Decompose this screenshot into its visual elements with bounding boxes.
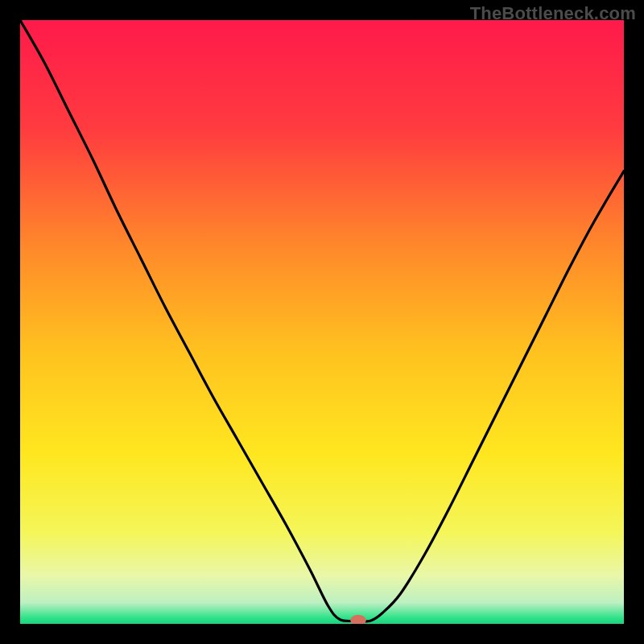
chart-background [20, 20, 624, 624]
chart-plot-area [20, 20, 624, 624]
chart-svg [20, 20, 624, 624]
watermark-label: TheBottleneck.com [470, 3, 636, 24]
chart-frame: TheBottleneck.com [0, 0, 644, 644]
